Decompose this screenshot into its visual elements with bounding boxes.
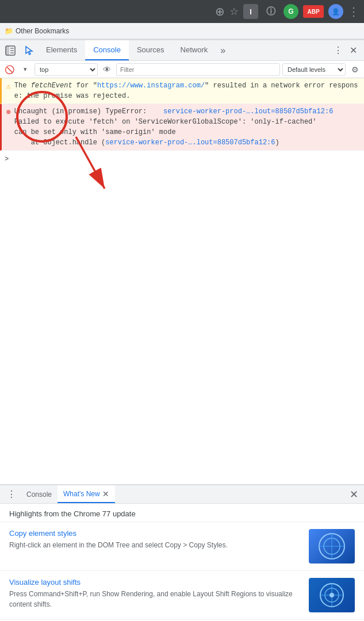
google-account-icon[interactable]: G: [283, 4, 298, 19]
devtools-close-btn[interactable]: ✕: [347, 43, 359, 58]
whats-new-header: Highlights from the Chrome 77 update: [0, 504, 364, 522]
console-toolbar: 🚫 ▾ top 👁 Default levels ⚙: [0, 61, 364, 78]
devtools-inspect-icon[interactable]: [21, 40, 38, 61]
bottom-panel-close-btn[interactable]: ✕: [344, 488, 364, 501]
whats-new-item-2-title[interactable]: Visualize layout shifts: [9, 578, 302, 586]
whats-new-item-1-image: [309, 529, 355, 564]
tab-whats-new[interactable]: What's New ✕: [58, 485, 115, 503]
whats-new-content: Highlights from the Chrome 77 update Cop…: [0, 504, 364, 621]
error-text: Uncaught (in promise) TypeError: service…: [14, 106, 359, 148]
levels-selector[interactable]: Default levels: [282, 63, 346, 76]
console-error-msg: ⊗ Uncaught (in promise) TypeError: servi…: [0, 104, 364, 151]
bookmark-icon[interactable]: ☆: [229, 5, 239, 18]
whats-new-close-tab[interactable]: ✕: [102, 489, 109, 499]
folder-icon: 📁: [5, 27, 13, 35]
devtools-container: Elements Console Sources Network » ⋮ ✕ 🚫…: [0, 39, 364, 484]
inspect-cursor-icon: [24, 45, 35, 56]
tab-console-bottom[interactable]: Console: [21, 485, 58, 503]
svg-marker-7: [26, 47, 32, 55]
tab-console[interactable]: Console: [85, 40, 129, 60]
warning-text: The fetchEvent for "https://www.instagra…: [14, 80, 359, 101]
console-cursor[interactable]: >: [0, 151, 364, 168]
tab-network[interactable]: Network: [173, 40, 216, 60]
adblock-icon[interactable]: ABP: [303, 5, 324, 18]
tab-sources[interactable]: Sources: [129, 40, 173, 60]
console-empty-area: [0, 168, 364, 484]
whats-new-item-2: Visualize layout shifts Press Command+Sh…: [0, 571, 364, 620]
filter-toggle-btn[interactable]: ▾: [18, 63, 32, 76]
tab-elements[interactable]: Elements: [38, 40, 85, 60]
whats-new-item-2-text: Visualize layout shifts Press Command+Sh…: [9, 578, 302, 610]
svg-point-16: [329, 593, 334, 597]
devtools-sidebar-icon: [5, 45, 16, 56]
user-avatar[interactable]: 👤: [328, 4, 343, 19]
whats-new-item-1: Copy element styles Right-click an eleme…: [0, 522, 364, 571]
service-worker-link-1[interactable]: service-worker-prod-….lout=88507d5bfa12:…: [163, 108, 333, 116]
browser-top-bar: ⊕ ☆ I ⓘ G ABP 👤 ⋮: [0, 0, 364, 23]
filter-input[interactable]: [116, 63, 280, 76]
more-options-icon[interactable]: ⋮: [348, 5, 359, 18]
whats-new-item-2-image: [309, 578, 355, 612]
bottom-panel-tabs: ⋮ Console What's New ✕ ✕: [0, 485, 364, 504]
error-icon: ⊗: [6, 107, 11, 118]
sidebar-toggle[interactable]: [0, 40, 21, 61]
chrome-extension-icon[interactable]: I: [243, 4, 258, 19]
bookmarks-bar: 📁 Other Bookmarks: [0, 23, 364, 39]
info-icon[interactable]: ⓘ: [263, 3, 279, 20]
whats-new-item-1-title[interactable]: Copy element styles: [9, 529, 302, 538]
service-worker-link-2[interactable]: service-worker-prod-….lout=88507d5bfa12:…: [105, 139, 275, 147]
devtools-more-btn[interactable]: ⋮: [331, 43, 345, 58]
console-warning-msg: ⚠ The fetchEvent for "https://www.instag…: [0, 78, 364, 104]
console-messages-area: ⚠ The fetchEvent for "https://www.instag…: [0, 78, 364, 484]
console-settings-icon[interactable]: ⚙: [348, 63, 362, 76]
whats-new-item-1-desc: Right-click an element in the DOM Tree a…: [9, 540, 302, 550]
bottom-panel: ⋮ Console What's New ✕ ✕ Highlights from…: [0, 484, 364, 621]
plus-icon[interactable]: ⊕: [215, 5, 225, 18]
bottom-panel-dots[interactable]: ⋮: [2, 489, 21, 500]
eye-icon[interactable]: 👁: [100, 63, 114, 76]
bookmarks-label[interactable]: Other Bookmarks: [16, 27, 69, 35]
layout-shifts-preview: [315, 581, 349, 610]
clear-console-btn[interactable]: 🚫: [2, 63, 16, 76]
context-selector[interactable]: top: [35, 63, 98, 76]
instagram-link[interactable]: https://www.instagram.com/: [97, 82, 205, 90]
copy-styles-preview: [315, 532, 349, 561]
warning-icon: ⚠: [6, 81, 11, 93]
whats-new-item-2-desc: Press Command+Shift+P, run Show Renderin…: [9, 589, 302, 610]
devtools-tabs: Elements Console Sources Network » ⋮ ✕: [0, 40, 364, 61]
whats-new-item-1-text: Copy element styles Right-click an eleme…: [9, 529, 302, 550]
svg-rect-3: [6, 46, 9, 55]
tab-more[interactable]: »: [216, 40, 230, 60]
